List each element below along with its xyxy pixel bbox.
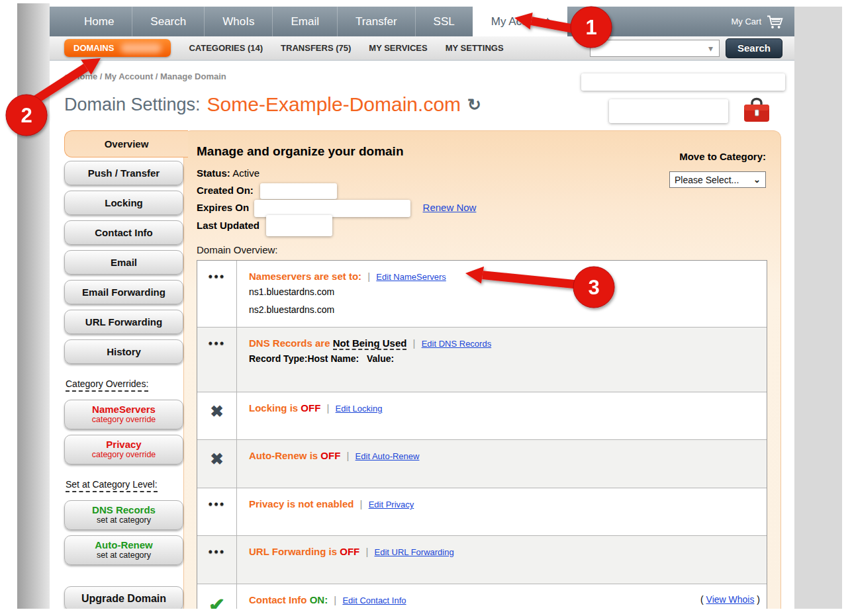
status-label: Status: [197,167,230,179]
page-left-margin-strip [17,3,50,609]
view-whois-note: ( View Whois ) [700,594,760,605]
title-prefix: Domain Settings: [64,95,201,115]
breadcrumb-path: Home / My Account / Manage Domain [73,71,226,81]
subnav-tab-categories[interactable]: CATEGORIES (14) [189,43,263,53]
paren-open: ( [700,594,704,605]
row-title: DNS Records are [249,337,330,349]
edit-dns-records-link[interactable]: Edit DNS Records [422,339,491,349]
select-value: Please Select... [675,175,739,185]
status-value: Active [232,167,260,179]
override-subtitle: category override [92,451,156,460]
nameserver-2: ns2.bluestardns.com [249,303,756,318]
separator: | [365,546,368,557]
row-status: Not Being Used [333,337,407,350]
override-title: Privacy [106,439,141,451]
category-subtitle: set at category [97,551,151,560]
created-on-label: Created On: [197,185,254,196]
table-row-nameservers: ●●● Nameservers are set to: | Edit NameS… [197,261,767,327]
toolbox-icon[interactable] [742,96,771,128]
domain-search-area: ▾ Search [590,38,794,58]
redacted-domain-tools [609,99,728,123]
page-right-margin-strip [794,7,842,609]
row-title: URL Forwarding is [249,546,337,557]
override-title: NameServers [92,404,156,416]
override-subtitle: category override [92,416,156,425]
sidebar-tab-overview[interactable]: Overview [64,130,188,157]
sidebar-tab-email-forwarding[interactable]: Email Forwarding [64,280,183,304]
dots-icon: ●●● [209,339,226,392]
category-subtitle: set at category [97,516,151,525]
nav-tab-ssl[interactable]: SSL [415,7,473,36]
subnav-tab-my-settings[interactable]: MY SETTINGS [446,43,504,53]
dots-icon: ●●● [209,272,226,327]
sidebar-tab-locking[interactable]: Locking [64,191,183,215]
x-icon: ✖ [210,451,223,488]
edit-privacy-link[interactable]: Edit Privacy [369,500,414,509]
row-title: Nameservers are set to: [249,271,361,282]
redacted-domain-count [120,43,162,53]
separator: | [347,450,350,461]
sidebar-button-auto-renew-category[interactable]: Auto-Renew set at category [64,535,183,565]
sidebar-tab-history[interactable]: History [64,339,183,364]
domain-search-combobox[interactable]: ▾ [590,40,720,57]
home-icon: ⌂ [63,71,69,82]
sidebar-tab-email[interactable]: Email [64,250,183,275]
sidebar-button-upgrade-domain[interactable]: Upgrade Domain [64,586,183,609]
app-window: Home Search WhoIs Email Transfer SSL My … [50,7,794,609]
domains-label: DOMAINS [73,43,114,53]
set-at-category-label: Set at Category Level: [66,479,158,492]
table-row-auto-renew: ✖ Auto-Renew is OFF | Edit Auto-Renew [197,439,767,488]
row-title: Contact Info [249,594,307,605]
edit-contact-info-link[interactable]: Edit Contact Info [342,595,406,605]
view-whois-link[interactable]: View Whois [706,594,755,605]
paren-close: ) [757,594,760,605]
cart-icon [767,15,784,29]
table-row-contact-info: ✔ Contact Info ON: | Edit Contact Info (… [197,584,767,609]
nameserver-1: ns1.bluestardns.com [249,285,756,300]
move-to-category: Move to Category: Please Select... ⌄ [669,151,766,188]
redacted-updated-date [266,215,332,236]
edit-locking-link[interactable]: Edit Locking [336,404,383,414]
subnav-tab-transfers[interactable]: TRANSFERS (75) [281,43,351,53]
nav-tab-transfer[interactable]: Transfer [337,7,415,36]
subnav-tab-domains[interactable]: DOMAINS [64,39,171,57]
nav-tab-my-account[interactable]: My Account [473,7,567,36]
redacted-created-date [260,183,337,199]
category-title: Auto-Renew [95,540,153,551]
title-domain-name: Some-Example-Domain.com [207,93,461,116]
x-icon: ✖ [210,404,223,439]
nav-tab-home[interactable]: Home [66,7,132,36]
sidebar-button-privacy-override[interactable]: Privacy category override [64,435,183,464]
nav-tab-whois[interactable]: WhoIs [204,7,272,36]
domain-overview-table: ●●● Nameservers are set to: | Edit NameS… [197,260,767,609]
edit-nameservers-link[interactable]: Edit NameServers [376,272,446,282]
edit-auto-renew-link[interactable]: Edit Auto-Renew [355,451,420,461]
edit-url-forwarding-link[interactable]: Edit URL Forwarding [375,547,454,557]
nav-tab-search[interactable]: Search [132,7,204,36]
table-row-url-forwarding: ●●● URL Forwarding is OFF | Edit URL For… [197,535,767,584]
sub-navigation-bar: DOMAINS CATEGORIES (14) TRANSFERS (75) M… [50,36,794,61]
redacted-account-info [581,73,785,91]
nav-tab-email[interactable]: Email [272,7,337,36]
renew-now-link[interactable]: Renew Now [423,202,477,213]
table-row-privacy: ●●● Privacy is not enabled | Edit Privac… [197,488,767,535]
sidebar-tab-push-transfer[interactable]: Push / Transfer [64,161,183,185]
row-title: Privacy is not enabled [249,498,354,509]
expires-on-label: Expires On [197,202,249,213]
last-updated-label: Last Updated [197,220,260,232]
chevron-down-icon: ⌄ [753,175,761,185]
table-row-dns-records: ●●● DNS Records are Not Being Used | Edi… [197,327,767,392]
sidebar-button-dns-records-category[interactable]: DNS Records set at category [64,500,183,530]
move-to-category-label: Move to Category: [669,151,766,162]
sidebar-tab-url-forwarding[interactable]: URL Forwarding [64,310,183,334]
category-title: DNS Records [92,505,156,516]
refresh-icon[interactable]: ↻ [467,95,481,114]
search-button[interactable]: Search [726,38,782,58]
domain-overview-label: Domain Overview: [197,244,781,255]
sidebar-tab-contact-info[interactable]: Contact Info [64,220,183,245]
subnav-tab-my-services[interactable]: MY SERVICES [369,43,427,53]
move-to-category-select[interactable]: Please Select... ⌄ [669,171,766,188]
my-cart[interactable]: My Cart [732,7,795,36]
sidebar-button-nameservers-override[interactable]: NameServers category override [64,400,183,429]
my-cart-label: My Cart [732,17,762,26]
